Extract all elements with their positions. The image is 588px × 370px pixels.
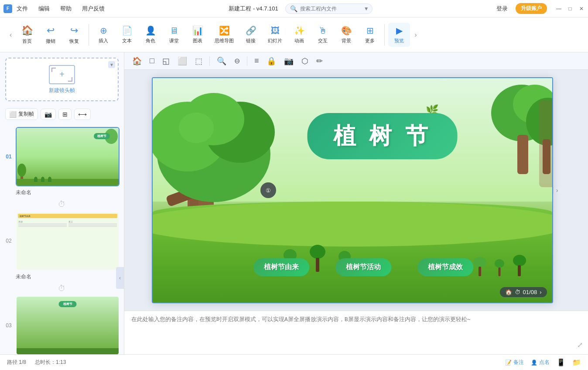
shape-icon[interactable]: 🏠: [130, 55, 144, 68]
btn-origin[interactable]: 植树节由来: [253, 258, 309, 276]
layers-icon[interactable]: ⬚: [192, 55, 205, 68]
svg-rect-13: [539, 100, 552, 187]
svg-rect-23: [498, 267, 500, 276]
slide-thumb-1[interactable]: 植树节: [16, 127, 120, 186]
zoom-in-icon[interactable]: 🔍: [214, 55, 229, 68]
toolbar-interact[interactable]: 🖱 交互: [312, 23, 334, 47]
path-status: 路径 1/8: [7, 359, 26, 366]
slide-timestamp-1: ⏱: [0, 199, 124, 210]
btn-activity[interactable]: 植树节活动: [335, 258, 391, 276]
close-button[interactable]: ✕: [578, 6, 585, 12]
slide-canvas[interactable]: 🌿 植 树 节: [152, 77, 553, 303]
menu-feedback[interactable]: 用户反馈: [78, 3, 109, 14]
right-collapse-icon: ›: [556, 187, 558, 194]
preview-icon: ▶: [396, 25, 403, 36]
notes-expand-icon[interactable]: ⤢: [577, 341, 583, 349]
folder-status-btn[interactable]: 📁: [572, 358, 581, 367]
slide-nav-badge[interactable]: ①: [260, 182, 276, 198]
nav-arrows: ‹: [7, 29, 14, 41]
toolbar-animation[interactable]: ✨ 动画: [288, 23, 310, 47]
export-icon[interactable]: ⬡: [299, 55, 311, 68]
animation-icon: ✨: [294, 25, 305, 36]
folder-icon: 📁: [572, 358, 581, 367]
screen-status-btn[interactable]: 📱: [557, 358, 565, 367]
nav-right-icon[interactable]: ›: [412, 29, 419, 41]
slide-number-2: 02: [4, 238, 13, 244]
menu-help[interactable]: 帮助: [56, 3, 76, 14]
collapse-icon: ‹: [119, 275, 121, 281]
toolbar-insert-label: 插入: [99, 38, 108, 44]
small-tree-f: [513, 252, 526, 276]
swap-icon: ⟷: [78, 111, 87, 118]
align-icon[interactable]: ≡: [252, 55, 262, 67]
toolbar-role[interactable]: 👤 角色: [140, 23, 161, 47]
toolbar: ‹ 🏠 首页 ↩ 撤销 ↪ 恢复 ⊕ 插入 📄 文本 👤 角色 🖥 课堂 📊 图…: [0, 17, 588, 52]
toolbar-text[interactable]: 📄 文本: [116, 23, 138, 47]
notes-status-btn[interactable]: 📝 备注: [505, 359, 524, 366]
rollcall-status-btn[interactable]: 👤 点名: [531, 359, 550, 366]
right-collapse-handle[interactable]: ›: [553, 187, 561, 194]
square-icon[interactable]: ⬜: [175, 55, 190, 68]
toolbar-home[interactable]: 🏠 首页: [16, 22, 38, 47]
logo-icon: F: [3, 4, 12, 13]
maximize-button[interactable]: □: [567, 6, 573, 12]
toolbar-link[interactable]: 🔗 链接: [240, 23, 262, 47]
toolbar-redo[interactable]: ↪ 恢复: [63, 22, 85, 47]
timestamp-icon-2: ⏱: [58, 284, 66, 293]
role-icon: 👤: [145, 25, 156, 36]
slide-background: 🌿 植 树 节: [153, 78, 552, 302]
timestamp-icon: ⏱: [58, 200, 66, 209]
toolbar-preview[interactable]: ▶ 预览: [388, 23, 410, 47]
search-dropdown-icon[interactable]: ▼: [364, 6, 369, 12]
svg-rect-21: [479, 267, 481, 276]
edit-icon[interactable]: ✏: [314, 55, 325, 68]
small-tree-e: [495, 257, 504, 276]
slide-icon: 🖼: [271, 26, 280, 36]
toolbar-class[interactable]: 🖥 课堂: [163, 23, 185, 47]
toolbar-mindmap-label: 思维导图: [215, 38, 234, 44]
toolbar-insert[interactable]: ⊕ 插入: [92, 23, 114, 47]
frame-icon[interactable]: ◱: [160, 55, 172, 68]
search-input[interactable]: [300, 6, 361, 12]
panel-collapse-button[interactable]: ‹: [116, 267, 124, 289]
new-frame-button[interactable]: + 新建镜头帧 ▼: [5, 58, 119, 101]
toolbar-mindmap[interactable]: 🔀 思维导图: [210, 23, 238, 47]
btn-result[interactable]: 植树节成效: [417, 258, 473, 276]
nav-left-icon[interactable]: ‹: [7, 29, 14, 41]
toolbar-undo-label: 撤销: [46, 38, 55, 45]
swap-button[interactable]: ⟷: [74, 109, 91, 120]
toolbar-chart-label: 图表: [193, 38, 202, 44]
toolbar-slide[interactable]: 🖼 幻灯片: [263, 23, 287, 47]
menu-edit[interactable]: 编辑: [34, 3, 54, 14]
notes-area: ⤢: [124, 311, 588, 354]
toolbar-bg-label: 背景: [342, 38, 351, 44]
toolbar-undo[interactable]: ↩ 撤销: [40, 22, 62, 47]
toolbar-animation-label: 动画: [294, 38, 304, 44]
insert-icon: ⊕: [100, 25, 107, 36]
camera-button[interactable]: 📷: [41, 109, 56, 120]
minimize-button[interactable]: —: [556, 6, 562, 12]
login-button[interactable]: 登录: [492, 3, 512, 14]
toolbar-text-label: 文本: [122, 38, 132, 44]
slide-thumb-3[interactable]: 植树节: [16, 296, 120, 354]
notes-input[interactable]: [131, 315, 581, 346]
slide-title: 植 树 节: [307, 113, 458, 159]
title-bar: F 文件 编辑 帮助 用户反馈 新建工程 - v4.7.101 🔍 ▼ 登录 升…: [0, 0, 588, 17]
toolbar-bg[interactable]: 🎨 背景: [335, 23, 357, 47]
zoom-out-icon[interactable]: ⊖: [232, 55, 243, 67]
grid-button[interactable]: ⊞: [58, 109, 72, 120]
slide-timestamp-2: ⏱: [0, 283, 124, 294]
slide-thumb-2[interactable]: 植树节由来 来源: [16, 212, 120, 271]
search-box[interactable]: 🔍 ▼: [285, 3, 373, 14]
rect-icon[interactable]: □: [147, 55, 157, 67]
toolbar-more[interactable]: ⊞ 更多: [359, 23, 381, 47]
menu-file[interactable]: 文件: [12, 3, 32, 14]
toolbar-class-label: 课堂: [169, 38, 179, 44]
lock-icon[interactable]: 🔒: [264, 55, 279, 68]
search-icon: 🔍: [290, 5, 297, 12]
camera2-icon[interactable]: 📷: [281, 55, 296, 68]
upgrade-button[interactable]: 升级账户: [516, 3, 547, 14]
undo-icon: ↩: [47, 25, 55, 36]
toolbar-chart[interactable]: 📊 图表: [187, 23, 209, 47]
copy-frame-button[interactable]: ⬜ 复制帧: [5, 108, 38, 120]
